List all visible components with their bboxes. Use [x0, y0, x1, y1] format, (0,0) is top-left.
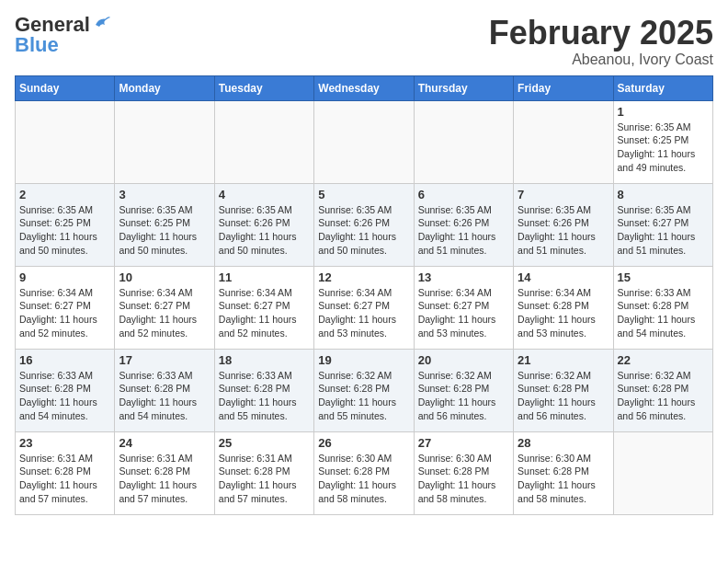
calendar-cell: [314, 100, 414, 183]
calendar-cell: 14Sunrise: 6:34 AM Sunset: 6:28 PM Dayli…: [514, 266, 613, 349]
calendar-cell: 24Sunrise: 6:31 AM Sunset: 6:28 PM Dayli…: [115, 431, 214, 514]
day-number: 20: [418, 353, 509, 367]
day-info: Sunrise: 6:35 AM Sunset: 6:26 PM Dayligh…: [518, 203, 609, 258]
calendar-cell: 19Sunrise: 6:32 AM Sunset: 6:28 PM Dayli…: [314, 349, 414, 431]
calendar-cell: 4Sunrise: 6:35 AM Sunset: 6:26 PM Daylig…: [214, 183, 313, 266]
day-number: 7: [518, 188, 609, 201]
calendar-cell: 11Sunrise: 6:34 AM Sunset: 6:27 PM Dayli…: [214, 266, 313, 349]
weekday-header: Wednesday: [314, 75, 414, 100]
day-info: Sunrise: 6:32 AM Sunset: 6:28 PM Dayligh…: [418, 369, 509, 423]
calendar-header-row: SundayMondayTuesdayWednesdayThursdayFrid…: [16, 75, 713, 100]
calendar-cell: 18Sunrise: 6:33 AM Sunset: 6:28 PM Dayli…: [214, 349, 313, 431]
weekday-header: Thursday: [414, 75, 513, 100]
calendar-cell: 26Sunrise: 6:30 AM Sunset: 6:28 PM Dayli…: [314, 431, 414, 514]
location-title: Abeanou, Ivory Coast: [489, 52, 713, 68]
calendar-cell: 7Sunrise: 6:35 AM Sunset: 6:26 PM Daylig…: [514, 183, 613, 266]
day-info: Sunrise: 6:35 AM Sunset: 6:25 PM Dayligh…: [119, 203, 210, 258]
day-info: Sunrise: 6:34 AM Sunset: 6:27 PM Dayligh…: [19, 286, 110, 340]
calendar-cell: 28Sunrise: 6:30 AM Sunset: 6:28 PM Dayli…: [514, 431, 613, 514]
day-info: Sunrise: 6:35 AM Sunset: 6:26 PM Dayligh…: [418, 203, 509, 258]
calendar-cell: 21Sunrise: 6:32 AM Sunset: 6:28 PM Dayli…: [514, 349, 613, 431]
day-number: 23: [19, 436, 110, 450]
calendar-cell: [115, 100, 214, 183]
calendar-week-row: 23Sunrise: 6:31 AM Sunset: 6:28 PM Dayli…: [16, 431, 713, 514]
weekday-header: Monday: [115, 75, 214, 100]
calendar-cell: [16, 100, 115, 183]
calendar-cell: [613, 431, 712, 514]
calendar-cell: 3Sunrise: 6:35 AM Sunset: 6:25 PM Daylig…: [115, 183, 214, 266]
day-number: 10: [119, 270, 210, 284]
day-number: 1: [618, 105, 709, 119]
day-info: Sunrise: 6:35 AM Sunset: 6:26 PM Dayligh…: [219, 203, 310, 258]
day-number: 27: [418, 436, 509, 450]
day-number: 4: [219, 188, 310, 201]
day-info: Sunrise: 6:32 AM Sunset: 6:28 PM Dayligh…: [318, 369, 409, 423]
calendar-cell: 27Sunrise: 6:30 AM Sunset: 6:28 PM Dayli…: [414, 431, 513, 514]
day-info: Sunrise: 6:34 AM Sunset: 6:27 PM Dayligh…: [318, 286, 409, 340]
weekday-header: Saturday: [613, 75, 712, 100]
day-info: Sunrise: 6:34 AM Sunset: 6:28 PM Dayligh…: [518, 286, 609, 340]
calendar-week-row: 16Sunrise: 6:33 AM Sunset: 6:28 PM Dayli…: [16, 349, 713, 431]
calendar-cell: 25Sunrise: 6:31 AM Sunset: 6:28 PM Dayli…: [214, 431, 313, 514]
calendar-cell: 16Sunrise: 6:33 AM Sunset: 6:28 PM Dayli…: [16, 349, 115, 431]
day-number: 24: [119, 436, 210, 450]
day-number: 11: [219, 270, 310, 284]
day-number: 3: [119, 188, 210, 201]
calendar-cell: [214, 100, 313, 183]
day-number: 13: [418, 270, 509, 284]
day-info: Sunrise: 6:35 AM Sunset: 6:26 PM Dayligh…: [318, 203, 409, 258]
day-number: 19: [318, 353, 409, 367]
page-header: General Blue February 2025 Abeanou, Ivor…: [15, 15, 713, 68]
day-info: Sunrise: 6:33 AM Sunset: 6:28 PM Dayligh…: [219, 369, 310, 423]
day-number: 6: [418, 188, 509, 201]
day-info: Sunrise: 6:31 AM Sunset: 6:28 PM Dayligh…: [219, 452, 310, 506]
day-number: 18: [219, 353, 310, 367]
day-info: Sunrise: 6:34 AM Sunset: 6:27 PM Dayligh…: [119, 286, 210, 340]
calendar-cell: 23Sunrise: 6:31 AM Sunset: 6:28 PM Dayli…: [16, 431, 115, 514]
calendar-cell: 6Sunrise: 6:35 AM Sunset: 6:26 PM Daylig…: [414, 183, 513, 266]
day-number: 5: [318, 188, 409, 201]
day-info: Sunrise: 6:32 AM Sunset: 6:28 PM Dayligh…: [518, 369, 609, 423]
logo-general-text: General: [15, 15, 90, 35]
day-number: 15: [618, 270, 709, 284]
day-number: 22: [618, 353, 709, 367]
day-info: Sunrise: 6:31 AM Sunset: 6:28 PM Dayligh…: [19, 452, 110, 506]
weekday-header: Sunday: [16, 75, 115, 100]
day-info: Sunrise: 6:30 AM Sunset: 6:28 PM Dayligh…: [318, 452, 409, 506]
title-block: February 2025 Abeanou, Ivory Coast: [489, 15, 713, 68]
day-info: Sunrise: 6:35 AM Sunset: 6:25 PM Dayligh…: [19, 203, 110, 258]
calendar-cell: 12Sunrise: 6:34 AM Sunset: 6:27 PM Dayli…: [314, 266, 414, 349]
day-number: 9: [19, 270, 110, 284]
day-info: Sunrise: 6:35 AM Sunset: 6:25 PM Dayligh…: [618, 121, 709, 175]
calendar-cell: [514, 100, 613, 183]
calendar-cell: 20Sunrise: 6:32 AM Sunset: 6:28 PM Dayli…: [414, 349, 513, 431]
day-number: 25: [219, 436, 310, 450]
day-number: 28: [518, 436, 609, 450]
day-info: Sunrise: 6:35 AM Sunset: 6:27 PM Dayligh…: [618, 203, 709, 258]
calendar-cell: 17Sunrise: 6:33 AM Sunset: 6:28 PM Dayli…: [115, 349, 214, 431]
calendar-week-row: 9Sunrise: 6:34 AM Sunset: 6:27 PM Daylig…: [16, 266, 713, 349]
day-info: Sunrise: 6:33 AM Sunset: 6:28 PM Dayligh…: [19, 369, 110, 423]
day-number: 14: [518, 270, 609, 284]
day-number: 16: [19, 353, 110, 367]
day-number: 12: [318, 270, 409, 284]
calendar-cell: 2Sunrise: 6:35 AM Sunset: 6:25 PM Daylig…: [16, 183, 115, 266]
day-info: Sunrise: 6:33 AM Sunset: 6:28 PM Dayligh…: [618, 286, 709, 340]
calendar-week-row: 2Sunrise: 6:35 AM Sunset: 6:25 PM Daylig…: [16, 183, 713, 266]
day-info: Sunrise: 6:34 AM Sunset: 6:27 PM Dayligh…: [219, 286, 310, 340]
day-number: 21: [518, 353, 609, 367]
day-info: Sunrise: 6:32 AM Sunset: 6:28 PM Dayligh…: [618, 369, 709, 423]
calendar-cell: 13Sunrise: 6:34 AM Sunset: 6:27 PM Dayli…: [414, 266, 513, 349]
logo: General Blue: [15, 15, 112, 55]
day-info: Sunrise: 6:30 AM Sunset: 6:28 PM Dayligh…: [418, 452, 509, 506]
day-info: Sunrise: 6:31 AM Sunset: 6:28 PM Dayligh…: [119, 452, 210, 506]
day-number: 2: [19, 188, 110, 201]
calendar-cell: 8Sunrise: 6:35 AM Sunset: 6:27 PM Daylig…: [613, 183, 712, 266]
calendar-cell: 10Sunrise: 6:34 AM Sunset: 6:27 PM Dayli…: [115, 266, 214, 349]
day-info: Sunrise: 6:30 AM Sunset: 6:28 PM Dayligh…: [518, 452, 609, 506]
weekday-header: Friday: [514, 75, 613, 100]
calendar-table: SundayMondayTuesdayWednesdayThursdayFrid…: [15, 75, 713, 515]
calendar-cell: 1Sunrise: 6:35 AM Sunset: 6:25 PM Daylig…: [613, 100, 712, 183]
calendar-week-row: 1Sunrise: 6:35 AM Sunset: 6:25 PM Daylig…: [16, 100, 713, 183]
calendar-cell: 5Sunrise: 6:35 AM Sunset: 6:26 PM Daylig…: [314, 183, 414, 266]
